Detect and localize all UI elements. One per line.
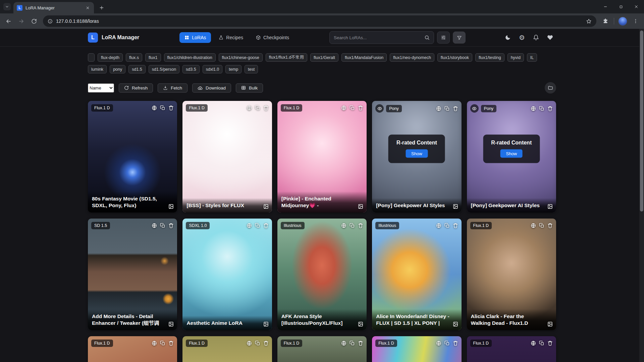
tag-chip[interactable]: flux-depth <box>98 53 123 62</box>
trash-icon[interactable] <box>547 341 553 346</box>
refresh-button[interactable]: Refresh <box>119 83 153 93</box>
new-tab-button[interactable] <box>97 3 107 13</box>
lora-card[interactable]: Flux.1 D <box>277 336 367 362</box>
bulk-button[interactable]: Bulk <box>236 83 263 93</box>
trash-icon[interactable] <box>453 106 458 111</box>
tag-chip[interactable]: pony <box>110 65 125 73</box>
image-icon[interactable] <box>168 204 174 209</box>
copy-icon[interactable] <box>444 341 450 346</box>
trash-icon[interactable] <box>547 223 553 228</box>
image-icon[interactable] <box>453 321 458 327</box>
tag-chip[interactable]: sd1.5 <box>128 65 146 73</box>
globe-icon[interactable] <box>531 223 536 228</box>
tag-chip[interactable]: flux1/testing <box>475 53 504 62</box>
tab-checkpoints[interactable]: Checkpoints <box>251 32 294 43</box>
copy-icon[interactable] <box>255 341 260 346</box>
tab-close-icon[interactable] <box>85 5 91 11</box>
lora-card[interactable]: Flux.1 D 80s Fantasy Movie (SD1.5, SDXL,… <box>88 101 177 213</box>
lora-card[interactable]: Flux.1 D <box>467 336 556 362</box>
globe-icon[interactable] <box>152 341 157 346</box>
globe-icon[interactable] <box>341 105 346 111</box>
globe-icon[interactable] <box>247 105 252 111</box>
lora-card[interactable]: Flux.1 D [BSS] - Styles for FLUX <box>182 101 272 213</box>
profile-avatar[interactable] <box>618 17 627 26</box>
forward-icon[interactable] <box>15 15 27 27</box>
site-info-icon[interactable] <box>48 19 53 24</box>
copy-icon[interactable] <box>539 106 544 111</box>
image-icon[interactable] <box>547 204 553 209</box>
filter-button[interactable] <box>453 32 466 44</box>
lora-card[interactable]: Flux.1 D <box>88 336 177 362</box>
tag-chip[interactable]: lumink <box>88 65 107 73</box>
tag-chip[interactable]: hyvid <box>507 53 524 62</box>
visibility-eye-icon[interactable] <box>470 104 479 113</box>
trash-icon[interactable] <box>263 105 269 111</box>
globe-icon[interactable] <box>247 223 252 228</box>
copy-icon[interactable] <box>350 105 355 111</box>
tag-chip[interactable]: flux1/neo-dynomech <box>390 53 434 62</box>
browser-menu-icon[interactable] <box>630 15 641 27</box>
tag-chip[interactable] <box>88 53 95 62</box>
globe-icon[interactable] <box>436 223 441 228</box>
copy-icon[interactable] <box>255 223 260 228</box>
tab-search-chevron-icon[interactable] <box>3 3 11 10</box>
extensions-icon[interactable] <box>600 15 611 27</box>
show-button[interactable]: Show <box>406 149 428 158</box>
copy-icon[interactable] <box>255 105 260 111</box>
tag-chip[interactable]: flux1/MandalaFusion <box>341 53 387 62</box>
lora-card[interactable]: Flux.1 D <box>372 336 461 362</box>
copy-icon[interactable] <box>444 223 450 228</box>
search-icon[interactable] <box>424 35 430 40</box>
lora-card[interactable]: Illustrious AFK Arena Style [Illustrious… <box>277 219 367 330</box>
lora-card[interactable]: SDXL 1.0 Aesthetic Anime LoRA <box>182 219 272 330</box>
globe-icon[interactable] <box>436 341 441 346</box>
tag-chip[interactable]: test <box>245 65 258 73</box>
maximize-button[interactable] <box>613 0 629 13</box>
tag-chip[interactable]: flux1/flux1.d不常用 <box>266 53 307 62</box>
trash-icon[interactable] <box>168 105 174 111</box>
tag-chip[interactable]: sd3.5 <box>182 65 200 73</box>
tag-chip[interactable]: IL <box>527 53 537 62</box>
back-icon[interactable] <box>3 15 14 27</box>
reload-icon[interactable] <box>28 15 40 27</box>
lora-card[interactable]: Flux.1 D Alicia Clark - Fear the Walking… <box>467 219 556 330</box>
trash-icon[interactable] <box>358 223 363 228</box>
copy-icon[interactable] <box>350 341 355 346</box>
tag-chip[interactable]: temp <box>225 65 241 73</box>
minimize-button[interactable] <box>598 0 613 13</box>
trash-icon[interactable] <box>168 223 174 228</box>
copy-icon[interactable] <box>539 341 544 346</box>
fetch-button[interactable]: Fetch <box>158 83 187 93</box>
globe-icon[interactable] <box>247 341 252 346</box>
theme-toggle-button[interactable] <box>502 32 514 44</box>
copy-icon[interactable] <box>160 341 165 346</box>
image-icon[interactable] <box>547 321 553 327</box>
copy-icon[interactable] <box>539 223 544 228</box>
tag-chip[interactable]: sd1.5/person <box>149 65 179 73</box>
sort-options-button[interactable] <box>437 32 450 44</box>
globe-icon[interactable] <box>531 341 536 346</box>
folder-tree-button[interactable] <box>545 82 556 94</box>
tag-chip[interactable]: sdxl1.0 <box>203 65 223 73</box>
settings-button[interactable]: ⚙ <box>516 32 528 44</box>
image-icon[interactable] <box>263 204 269 209</box>
globe-icon[interactable] <box>531 106 536 111</box>
visibility-eye-icon[interactable] <box>375 104 384 113</box>
globe-icon[interactable] <box>436 106 441 111</box>
download-button[interactable]: Download <box>192 83 231 93</box>
tag-chip[interactable]: flux1/children-illustration <box>164 53 216 62</box>
scrollbar-thumb[interactable] <box>640 31 643 212</box>
trash-icon[interactable] <box>358 105 363 111</box>
lora-card[interactable]: Illustrious Alice In Wonderland! Disney … <box>372 219 461 330</box>
image-icon[interactable] <box>358 321 363 327</box>
sort-select[interactable]: Name <box>88 83 114 93</box>
lora-card[interactable]: Flux.1 D [Pinkie] - Enchanted Midjourney… <box>277 101 367 213</box>
tag-chip[interactable]: flux1 <box>145 53 161 62</box>
favorites-button[interactable] <box>544 32 556 44</box>
globe-icon[interactable] <box>152 105 157 111</box>
tag-chip[interactable]: flux1/chinese-goose <box>219 53 263 62</box>
image-icon[interactable] <box>358 204 363 209</box>
search-input[interactable] <box>334 35 422 40</box>
lora-card[interactable]: Flux.1 D <box>182 336 272 362</box>
bookmark-star-icon[interactable] <box>586 18 592 24</box>
